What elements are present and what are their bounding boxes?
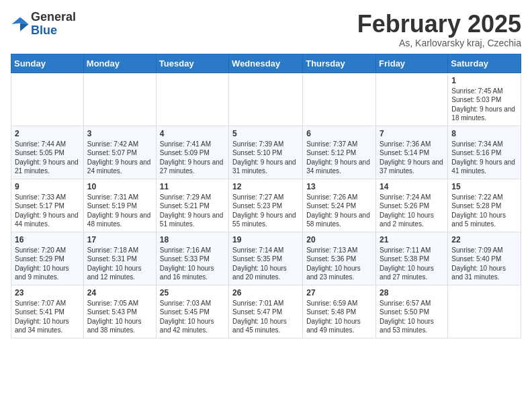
calendar-cell: 18Sunrise: 7:16 AM Sunset: 5:33 PM Dayli… bbox=[156, 232, 228, 285]
day-number: 5 bbox=[232, 129, 299, 138]
day-info: Sunrise: 7:33 AM Sunset: 5:17 PM Dayligh… bbox=[15, 193, 80, 229]
calendar-cell: 5Sunrise: 7:39 AM Sunset: 5:10 PM Daylig… bbox=[229, 126, 303, 179]
weekday-header-friday: Friday bbox=[376, 54, 448, 73]
calendar-cell: 1Sunrise: 7:45 AM Sunset: 5:03 PM Daylig… bbox=[448, 73, 521, 126]
day-number: 8 bbox=[451, 129, 517, 138]
calendar-cell: 23Sunrise: 7:07 AM Sunset: 5:41 PM Dayli… bbox=[11, 285, 84, 338]
title-block: February 2025 As, Karlovarsky kraj, Czec… bbox=[357, 11, 521, 48]
day-number: 15 bbox=[451, 182, 517, 191]
logo-blue-text: Blue bbox=[31, 24, 76, 38]
day-number: 10 bbox=[87, 182, 152, 191]
calendar-cell bbox=[376, 73, 448, 126]
calendar-week-3: 9Sunrise: 7:33 AM Sunset: 5:17 PM Daylig… bbox=[11, 179, 521, 232]
calendar-cell: 26Sunrise: 7:01 AM Sunset: 5:47 PM Dayli… bbox=[229, 285, 303, 338]
logo: General Blue bbox=[11, 11, 76, 38]
day-number: 14 bbox=[380, 182, 444, 191]
day-number: 2 bbox=[15, 129, 80, 138]
day-number: 22 bbox=[451, 235, 517, 244]
day-info: Sunrise: 7:34 AM Sunset: 5:16 PM Dayligh… bbox=[451, 140, 517, 176]
day-info: Sunrise: 7:18 AM Sunset: 5:31 PM Dayligh… bbox=[87, 246, 152, 282]
calendar-cell: 7Sunrise: 7:36 AM Sunset: 5:14 PM Daylig… bbox=[376, 126, 448, 179]
day-number: 11 bbox=[160, 182, 225, 191]
day-number: 16 bbox=[15, 235, 80, 244]
day-info: Sunrise: 7:01 AM Sunset: 5:47 PM Dayligh… bbox=[232, 299, 299, 335]
day-info: Sunrise: 7:03 AM Sunset: 5:45 PM Dayligh… bbox=[160, 299, 225, 335]
day-info: Sunrise: 7:29 AM Sunset: 5:21 PM Dayligh… bbox=[160, 193, 225, 229]
calendar-cell bbox=[303, 73, 376, 126]
calendar-cell: 21Sunrise: 7:11 AM Sunset: 5:38 PM Dayli… bbox=[376, 232, 448, 285]
calendar-week-5: 23Sunrise: 7:07 AM Sunset: 5:41 PM Dayli… bbox=[11, 285, 521, 338]
calendar-cell: 8Sunrise: 7:34 AM Sunset: 5:16 PM Daylig… bbox=[448, 126, 521, 179]
logo-icon bbox=[11, 15, 30, 34]
day-number: 3 bbox=[87, 129, 152, 138]
calendar-cell: 25Sunrise: 7:03 AM Sunset: 5:45 PM Dayli… bbox=[156, 285, 228, 338]
calendar-cell: 13Sunrise: 7:26 AM Sunset: 5:24 PM Dayli… bbox=[303, 179, 376, 232]
day-info: Sunrise: 7:09 AM Sunset: 5:40 PM Dayligh… bbox=[451, 246, 517, 282]
day-info: Sunrise: 7:45 AM Sunset: 5:03 PM Dayligh… bbox=[451, 87, 517, 123]
day-number: 13 bbox=[306, 182, 372, 191]
calendar-cell: 6Sunrise: 7:37 AM Sunset: 5:12 PM Daylig… bbox=[303, 126, 376, 179]
svg-marker-0 bbox=[11, 17, 28, 24]
day-info: Sunrise: 7:13 AM Sunset: 5:36 PM Dayligh… bbox=[306, 246, 372, 282]
calendar-cell: 10Sunrise: 7:31 AM Sunset: 5:19 PM Dayli… bbox=[83, 179, 156, 232]
day-info: Sunrise: 7:14 AM Sunset: 5:35 PM Dayligh… bbox=[232, 246, 299, 282]
calendar-cell: 24Sunrise: 7:05 AM Sunset: 5:43 PM Dayli… bbox=[83, 285, 156, 338]
calendar-cell: 3Sunrise: 7:42 AM Sunset: 5:07 PM Daylig… bbox=[83, 126, 156, 179]
day-number: 27 bbox=[306, 288, 372, 298]
day-number: 6 bbox=[306, 129, 372, 138]
day-info: Sunrise: 7:16 AM Sunset: 5:33 PM Dayligh… bbox=[160, 246, 225, 282]
calendar-cell: 19Sunrise: 7:14 AM Sunset: 5:35 PM Dayli… bbox=[229, 232, 303, 285]
day-info: Sunrise: 7:11 AM Sunset: 5:38 PM Dayligh… bbox=[380, 246, 444, 282]
day-number: 18 bbox=[160, 235, 225, 244]
day-number: 9 bbox=[15, 182, 80, 191]
day-info: Sunrise: 6:59 AM Sunset: 5:48 PM Dayligh… bbox=[306, 299, 372, 335]
calendar-header: SundayMondayTuesdayWednesdayThursdayFrid… bbox=[11, 54, 521, 73]
day-number: 20 bbox=[306, 235, 372, 244]
day-number: 28 bbox=[380, 288, 444, 298]
calendar-cell: 27Sunrise: 6:59 AM Sunset: 5:48 PM Dayli… bbox=[303, 285, 376, 338]
calendar-cell bbox=[11, 73, 84, 126]
weekday-header-saturday: Saturday bbox=[448, 54, 521, 73]
day-number: 24 bbox=[87, 288, 152, 298]
day-info: Sunrise: 7:26 AM Sunset: 5:24 PM Dayligh… bbox=[306, 193, 372, 229]
day-number: 26 bbox=[232, 288, 299, 298]
calendar-table: SundayMondayTuesdayWednesdayThursdayFrid… bbox=[11, 54, 521, 338]
day-number: 12 bbox=[232, 182, 299, 191]
calendar-cell: 17Sunrise: 7:18 AM Sunset: 5:31 PM Dayli… bbox=[83, 232, 156, 285]
day-info: Sunrise: 7:39 AM Sunset: 5:10 PM Dayligh… bbox=[232, 140, 299, 176]
day-number: 4 bbox=[160, 129, 225, 138]
calendar-week-2: 2Sunrise: 7:44 AM Sunset: 5:05 PM Daylig… bbox=[11, 126, 521, 179]
day-number: 19 bbox=[232, 235, 299, 244]
calendar-cell: 9Sunrise: 7:33 AM Sunset: 5:17 PM Daylig… bbox=[11, 179, 84, 232]
day-number: 23 bbox=[15, 288, 80, 298]
weekday-header-thursday: Thursday bbox=[303, 54, 376, 73]
calendar-cell bbox=[83, 73, 156, 126]
day-number: 1 bbox=[451, 76, 517, 85]
calendar-cell: 11Sunrise: 7:29 AM Sunset: 5:21 PM Dayli… bbox=[156, 179, 228, 232]
day-info: Sunrise: 7:22 AM Sunset: 5:28 PM Dayligh… bbox=[451, 193, 517, 229]
calendar-cell: 20Sunrise: 7:13 AM Sunset: 5:36 PM Dayli… bbox=[303, 232, 376, 285]
weekday-header-tuesday: Tuesday bbox=[156, 54, 228, 73]
location-text: As, Karlovarsky kraj, Czechia bbox=[357, 38, 521, 48]
day-info: Sunrise: 7:42 AM Sunset: 5:07 PM Dayligh… bbox=[87, 140, 152, 176]
calendar-cell: 16Sunrise: 7:20 AM Sunset: 5:29 PM Dayli… bbox=[11, 232, 84, 285]
calendar-cell: 4Sunrise: 7:41 AM Sunset: 5:09 PM Daylig… bbox=[156, 126, 228, 179]
logo-text: General Blue bbox=[31, 11, 76, 38]
calendar-cell: 15Sunrise: 7:22 AM Sunset: 5:28 PM Dayli… bbox=[448, 179, 521, 232]
day-info: Sunrise: 7:37 AM Sunset: 5:12 PM Dayligh… bbox=[306, 140, 372, 176]
weekday-header-wednesday: Wednesday bbox=[229, 54, 303, 73]
day-info: Sunrise: 7:07 AM Sunset: 5:41 PM Dayligh… bbox=[15, 299, 80, 335]
calendar-cell bbox=[229, 73, 303, 126]
weekday-header-monday: Monday bbox=[83, 54, 156, 73]
day-info: Sunrise: 7:41 AM Sunset: 5:09 PM Dayligh… bbox=[160, 140, 225, 176]
calendar-cell: 2Sunrise: 7:44 AM Sunset: 5:05 PM Daylig… bbox=[11, 126, 84, 179]
day-info: Sunrise: 6:57 AM Sunset: 5:50 PM Dayligh… bbox=[380, 299, 444, 335]
page-header: General Blue February 2025 As, Karlovars… bbox=[11, 11, 521, 48]
calendar-cell: 22Sunrise: 7:09 AM Sunset: 5:40 PM Dayli… bbox=[448, 232, 521, 285]
calendar-body: 1Sunrise: 7:45 AM Sunset: 5:03 PM Daylig… bbox=[11, 73, 521, 338]
logo-general-text: General bbox=[31, 11, 76, 24]
weekday-row: SundayMondayTuesdayWednesdayThursdayFrid… bbox=[11, 54, 521, 73]
day-info: Sunrise: 7:31 AM Sunset: 5:19 PM Dayligh… bbox=[87, 193, 152, 229]
calendar-cell: 28Sunrise: 6:57 AM Sunset: 5:50 PM Dayli… bbox=[376, 285, 448, 338]
day-info: Sunrise: 7:44 AM Sunset: 5:05 PM Dayligh… bbox=[15, 140, 80, 176]
